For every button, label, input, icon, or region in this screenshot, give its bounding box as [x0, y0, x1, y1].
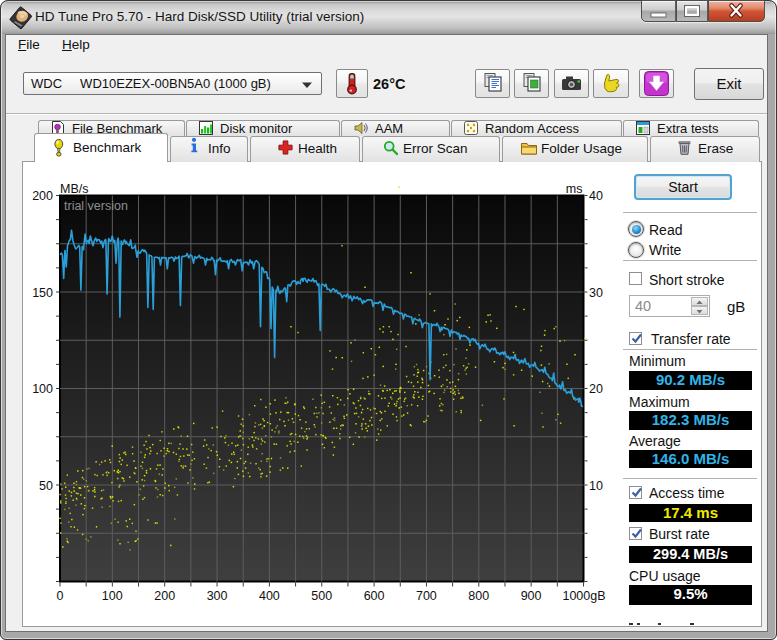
svg-text:50: 50	[39, 479, 53, 493]
svg-text:MB/s: MB/s	[60, 182, 88, 196]
svg-text:10: 10	[589, 479, 603, 493]
svg-text:200: 200	[32, 189, 53, 203]
svg-text:ms: ms	[566, 182, 583, 196]
svg-text:1000gB: 1000gB	[562, 589, 605, 603]
svg-text:20: 20	[589, 382, 603, 396]
svg-text:40: 40	[589, 189, 603, 203]
svg-text:0: 0	[57, 589, 64, 603]
svg-text:100: 100	[32, 382, 53, 396]
svg-text:700: 700	[416, 589, 437, 603]
svg-text:300: 300	[207, 589, 228, 603]
svg-text:500: 500	[311, 589, 332, 603]
svg-text:30: 30	[589, 286, 603, 300]
svg-text:trial version: trial version	[64, 199, 128, 213]
svg-text:100: 100	[102, 589, 123, 603]
svg-text:150: 150	[32, 286, 53, 300]
svg-text:400: 400	[259, 589, 280, 603]
svg-text:800: 800	[468, 589, 489, 603]
svg-text:900: 900	[521, 589, 542, 603]
svg-text:200: 200	[154, 589, 175, 603]
svg-text:600: 600	[364, 589, 385, 603]
